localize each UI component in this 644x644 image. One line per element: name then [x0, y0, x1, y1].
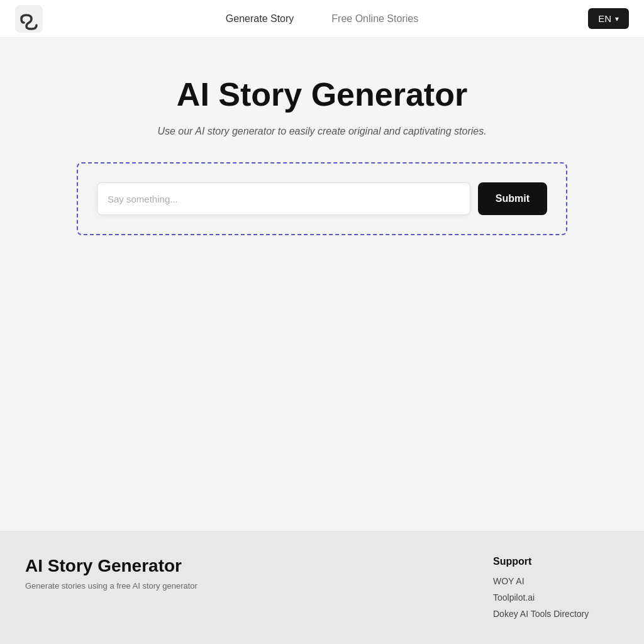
footer-right: Support WOY AI Toolpilot.ai Dokey AI Too…	[493, 556, 619, 625]
nav-right: EN ▾	[588, 8, 629, 29]
footer-link-dokey[interactable]: Dokey AI Tools Directory	[493, 609, 619, 619]
submit-button[interactable]: Submit	[478, 182, 547, 215]
nav-link-free-stories[interactable]: Free Online Stories	[331, 13, 418, 25]
logo[interactable]	[15, 5, 43, 33]
language-label: EN	[598, 13, 611, 24]
language-selector-button[interactable]: EN ▾	[588, 8, 629, 29]
logo-icon	[15, 5, 43, 33]
footer-link-woy-ai[interactable]: WOY AI	[493, 576, 619, 586]
page-subtitle: Use our AI story generator to easily cre…	[157, 126, 486, 137]
navbar: Generate Story Free Online Stories EN ▾	[0, 0, 644, 38]
nav-center: Generate Story Free Online Stories	[226, 13, 418, 25]
footer-subtitle: Generate stories using a free AI story g…	[25, 581, 468, 591]
footer-left: AI Story Generator Generate stories usin…	[25, 556, 468, 625]
story-input-container: Submit	[77, 162, 567, 235]
nav-link-generate-story[interactable]: Generate Story	[226, 13, 294, 25]
main-content: AI Story Generator Use our AI story gene…	[0, 38, 644, 531]
footer-support-heading: Support	[493, 556, 619, 567]
input-row: Submit	[97, 182, 547, 215]
page-title: AI Story Generator	[177, 75, 467, 113]
footer-link-toolpilot[interactable]: Toolpilot.ai	[493, 592, 619, 602]
footer-title: AI Story Generator	[25, 556, 468, 576]
story-prompt-input[interactable]	[97, 182, 470, 215]
chevron-down-icon: ▾	[615, 14, 619, 23]
footer: AI Story Generator Generate stories usin…	[0, 531, 644, 644]
